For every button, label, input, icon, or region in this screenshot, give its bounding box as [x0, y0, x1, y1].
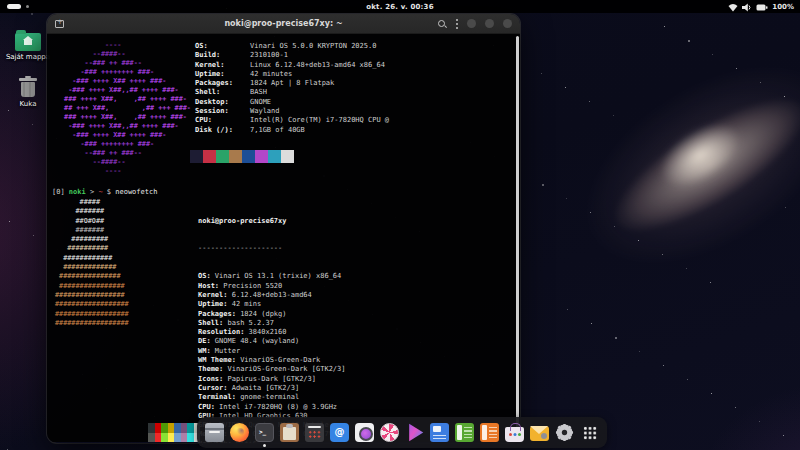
dock-item-calc[interactable] — [455, 423, 474, 442]
house-icon — [24, 40, 32, 45]
fetch-row: Desktop:GNOME — [195, 98, 389, 107]
ascii-art-line: ################# — [55, 291, 129, 300]
ascii-art-line: ####### — [55, 207, 129, 216]
calendar-icon — [305, 423, 324, 442]
palette-color — [229, 150, 242, 163]
ascii-art-line: --### ++ ###-- — [60, 59, 191, 68]
ascii-art-line: --### ++ ###-- — [60, 149, 191, 158]
palette-row — [148, 423, 200, 433]
appgrid-icon — [580, 423, 599, 442]
palette-row — [148, 433, 200, 443]
minimize-button[interactable] — [467, 19, 476, 28]
fetch-row: Cursor: Adwaita [GTK2/3] — [198, 384, 413, 393]
trash-body — [21, 82, 35, 97]
prompt-segment: [0] — [52, 188, 65, 196]
neowofetch-ascii-logo: ##### ####### ##O#O## ####### ######### … — [55, 198, 129, 328]
prompt-segment: > — [86, 188, 94, 196]
settings-icon — [555, 423, 574, 442]
fetch2-user-host: noki@proo-precise67xy — [198, 217, 413, 226]
terminal-titlebar[interactable]: noki@proo-precise67xy: ~ — [47, 14, 520, 34]
fetch-row: Disk (/):7,1GB of 40GB — [195, 126, 389, 135]
ascii-art-line: ############### — [55, 272, 129, 281]
dock-item-appgrid[interactable] — [580, 423, 599, 442]
ascii-art-line: ############# — [55, 263, 129, 272]
ascii-art-line: -### ++++ X##,,## ++++ ###- — [60, 122, 191, 131]
palette-color — [216, 150, 229, 163]
mail-icon — [530, 426, 549, 441]
ascii-art-line: ## +++ X##, ,## +++ ###- — [60, 104, 191, 113]
palette-color — [242, 150, 255, 163]
ascii-art-line: ####### — [55, 226, 129, 235]
battery-percentage: 100% — [772, 3, 794, 11]
volume-icon — [742, 0, 752, 16]
trash-icon — [18, 76, 38, 98]
dock-item-settings[interactable] — [555, 423, 574, 442]
home-folder-icon — [15, 33, 41, 51]
prompt-segment: ~ — [94, 188, 102, 196]
calc-icon — [455, 423, 474, 442]
maximize-button[interactable] — [485, 19, 494, 28]
fetch2-info: noki@proo-precise67xy ------------------… — [198, 198, 413, 443]
close-button[interactable] — [503, 19, 512, 28]
candy-icon — [380, 423, 399, 442]
ascii-art-line: ########## — [55, 244, 129, 253]
terminal-content[interactable]: ---- --####-- --### ++ ###-- -### ++++++… — [47, 34, 520, 442]
clock[interactable]: okt. 26. v. 00:36 — [0, 3, 800, 11]
fetch-row: OS: Vinari OS 13.1 (trixie) x86_64 — [198, 272, 413, 281]
palette-color — [203, 150, 216, 163]
system-status-area[interactable]: 100% — [728, 0, 794, 13]
ascii-art-line: --####-- — [60, 158, 191, 167]
search-icon[interactable] — [437, 19, 447, 29]
dock-item-files[interactable] — [205, 423, 224, 442]
terminal-icon — [255, 423, 274, 442]
desktop-screen: okt. 26. v. 00:36 100% Saját mappa Kuka … — [0, 0, 800, 450]
ascii-art-line: ############ — [55, 254, 129, 263]
firefox-icon — [230, 423, 249, 442]
ascii-art-line: ################## — [55, 319, 129, 328]
terminal-color-palette-2 — [148, 423, 200, 442]
menu-kebab-icon[interactable] — [456, 19, 458, 29]
fetch-row: Terminal: gnome-terminal — [198, 393, 413, 402]
photos-icon — [355, 423, 374, 442]
fetch2-separator: -------------------- — [198, 244, 413, 253]
dock-item-firefox[interactable] — [230, 423, 249, 442]
dock-item-mail[interactable] — [530, 423, 549, 442]
dock-item-photos[interactable] — [355, 423, 374, 442]
fetch-row: Icons: Papirus-Dark [GTK2/3] — [198, 375, 413, 384]
fetch-row: Packages: 1824 (dpkg) — [198, 310, 413, 319]
dock-item-calendar[interactable] — [305, 423, 324, 442]
files-icon — [205, 423, 224, 442]
ascii-art-line: -### ++++ X## ++++ ###- — [60, 131, 191, 140]
textdoc-icon — [430, 423, 449, 442]
fetch-row: Packages:1824 Apt | 8 Flatpak — [195, 79, 389, 88]
dock-item-candy[interactable] — [380, 423, 399, 442]
terminal-color-palette — [190, 150, 294, 163]
prompt-segment: neowofetch — [111, 188, 157, 196]
dock-item-software[interactable] — [505, 423, 524, 442]
fetch-row: Uptime: 42 mins — [198, 300, 413, 309]
clipboard-icon — [280, 423, 299, 442]
dock-item-terminal[interactable] — [255, 423, 274, 442]
dock-item-email[interactable] — [330, 423, 349, 442]
dock-item-media[interactable] — [405, 423, 424, 442]
fetch-row: WM: Mutter — [198, 347, 413, 356]
fetch-row: Kernel:Linux 6.12.48+deb13-amd64 x86_64 — [195, 61, 389, 70]
ascii-art-line: ################ — [55, 282, 129, 291]
impress-icon — [480, 423, 499, 442]
dock-item-clipboard[interactable] — [280, 423, 299, 442]
ascii-art-line: ##O#O## — [55, 217, 129, 226]
fetch-row: Build:2310100-1 — [195, 51, 389, 60]
dock-item-textdoc[interactable] — [430, 423, 449, 442]
fetch-row: CPU:Intel(R) Core(TM) i7-7820HQ CPU @ — [195, 116, 389, 125]
ascii-art-line: ### ++++ X##, ,## ++++ ###- — [60, 95, 191, 104]
ascii-art-line: ################## — [55, 300, 129, 309]
fetch1-info: OS:Vinari OS 5.0.0 KRYPTON 2025.0Build:2… — [195, 42, 389, 135]
ascii-art-line: ---- — [60, 167, 191, 176]
dock-item-impress[interactable] — [480, 423, 499, 442]
wifi-icon — [728, 0, 738, 16]
software-icon — [505, 427, 524, 442]
ascii-art-line: ##### — [55, 198, 129, 207]
terminal-scrollbar[interactable] — [516, 36, 519, 440]
ascii-art-line: -### ++++ X## ++++ ###- — [60, 77, 191, 86]
fetch-row: Resolution: 3840x2160 — [198, 328, 413, 337]
